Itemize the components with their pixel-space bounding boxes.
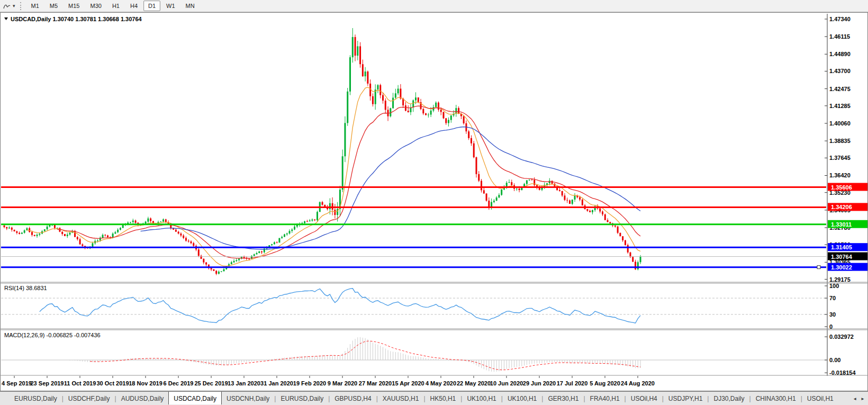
date-tick-label: 31 Jan 2020 <box>260 380 293 386</box>
cursor-tool-button[interactable]: ▾ <box>0 2 16 10</box>
date-tick-label: 11 Oct 2019 <box>64 380 96 386</box>
date-tick-label: 17 Jul 2020 <box>557 380 588 386</box>
rsi-scale-label: 70 <box>829 295 836 301</box>
price-tick-label: 1.37645 <box>829 155 851 161</box>
date-tick-label: 4 May 2020 <box>426 380 456 386</box>
date-tick-label: 25 Dec 2019 <box>195 380 228 386</box>
tab-gbpusd-h4[interactable]: GBPUSD,H4 <box>330 392 376 405</box>
macd-scale-label: 0.00 <box>829 357 840 363</box>
tab-usdcad-daily[interactable]: USDCAD,Daily <box>168 391 222 404</box>
date-tick-label: 10 Jun 2020 <box>490 380 523 386</box>
price-level-label-text: 1.30022 <box>831 264 852 271</box>
macd-scale-label: -0.018154 <box>829 370 856 376</box>
rsi-indicator-label: RSI(14) 38.6831 <box>4 285 47 291</box>
date-tick-label: 22 May 2020 <box>457 380 491 386</box>
date-tick-label: 27 Mar 2020 <box>359 380 392 386</box>
tab-usdchf-daily[interactable]: USDCHF,Daily <box>64 392 115 405</box>
price-tick-label: 1.44890 <box>829 51 851 57</box>
chart-tabs: EURUSD,Daily|USDCHF,Daily|AUDUSD,DailyUS… <box>10 392 838 405</box>
price-level-label-text: 1.31405 <box>831 244 852 250</box>
tab-fra40-h1[interactable]: FRA40,H1 <box>585 392 625 405</box>
price-tick-label: 1.46115 <box>829 33 850 40</box>
price-level-label-text: 1.33011 <box>831 221 852 228</box>
timeframe-button-h4[interactable]: H4 <box>125 1 142 11</box>
tab-eurusd-daily[interactable]: EURUSD,Daily <box>276 392 328 405</box>
level-line-handle[interactable] <box>817 266 820 269</box>
tab-eurusd-daily[interactable]: EURUSD,Daily <box>10 392 62 405</box>
date-tick-label: 5 Aug 2020 <box>590 380 620 386</box>
date-tick-label: 9 Mar 2020 <box>328 380 357 386</box>
date-tick-label: 4 Sep 2019 <box>2 380 32 386</box>
tab-hk50-h1[interactable]: HK50,H1 <box>426 392 461 405</box>
chart-plot-area[interactable] <box>1 14 826 282</box>
tab-audusd-daily[interactable]: AUDUSD,Daily <box>116 392 169 405</box>
price-tick-label: 1.36420 <box>829 172 851 178</box>
chart-symbol-title: USDCAD,Daily 1.30740 1.30781 1.30668 1.3… <box>11 16 142 22</box>
price-tick-label: 1.47340 <box>829 16 851 22</box>
top-toolbar: ▾ M1M5M15M30H1H4D1W1MN <box>0 0 868 12</box>
tab-scroll-controls: ◄ ► <box>847 392 868 405</box>
date-tick-label: 19 Feb 2020 <box>293 380 326 386</box>
tab-xauusd-h1[interactable]: XAUUSD,H1 <box>378 392 424 405</box>
chart-window: USDCAD,Daily 1.30740 1.30781 1.30668 1.3… <box>0 12 868 391</box>
chart-tabs-bar: EURUSD,Daily|USDCHF,Daily|AUDUSD,DailyUS… <box>0 391 868 405</box>
rsi-scale-label: 30 <box>829 311 836 318</box>
rsi-scale-label: 100 <box>829 283 839 289</box>
date-tick-label: 29 Jun 2020 <box>523 380 556 386</box>
timeframe-button-w1[interactable]: W1 <box>161 1 180 11</box>
tab-china300-h1[interactable]: CHINA300,H1 <box>751 392 801 405</box>
tab-usdjpy-h1[interactable]: USDJPY,H1 <box>664 392 707 405</box>
cursor-tool-icon <box>3 2 12 10</box>
date-tick-label: 18 Nov 2019 <box>129 380 162 386</box>
price-tick-label: 1.29175 <box>829 276 851 283</box>
rsi-scale-label: 0 <box>829 323 833 330</box>
tab-ger30-h1[interactable]: GER30,H1 <box>543 392 583 405</box>
date-tick-label: 24 Aug 2020 <box>621 380 655 386</box>
tab-usoil-h1[interactable]: USOil,H1 <box>802 392 838 405</box>
timeframe-button-m5[interactable]: M5 <box>45 1 62 11</box>
timeframe-button-m15[interactable]: M15 <box>64 1 84 11</box>
price-tick-label: 1.40060 <box>829 120 851 127</box>
date-tick-label: 30 Oct 2019 <box>96 380 129 386</box>
price-tick-label: 1.41285 <box>829 103 851 109</box>
date-tick-label: 6 Dec 2019 <box>164 380 194 386</box>
tab-scroll-left-button[interactable]: ◄ <box>853 397 857 401</box>
current-price-label-text: 1.30764 <box>831 254 853 260</box>
date-tick-label: 23 Sep 2019 <box>31 380 64 386</box>
tab-usoil-h4[interactable]: USOil,H4 <box>626 392 662 405</box>
timeframe-button-d1[interactable]: D1 <box>143 1 160 11</box>
timeframe-button-h1[interactable]: H1 <box>107 1 124 11</box>
tab-scroll-right-button[interactable]: ► <box>861 397 865 401</box>
tab-uk100-h1[interactable]: UK100,H1 <box>503 392 541 405</box>
date-tick-label: 15 Apr 2020 <box>392 380 424 386</box>
macd-indicator-label: MACD(12,26,9) -0.006825 -0.007436 <box>4 332 101 338</box>
tab-usdcnh-daily[interactable]: USDCNH,Daily <box>222 392 274 405</box>
timeframe-button-m1[interactable]: M1 <box>26 1 44 11</box>
price-tick-label: 1.43700 <box>829 68 851 74</box>
tab-dj30-daily[interactable]: DJ30,Daily <box>709 392 749 405</box>
chevron-down-icon: ▾ <box>13 3 15 8</box>
price-tick-label: 1.38835 <box>829 138 851 144</box>
price-tick-label: 1.42475 <box>829 86 851 92</box>
price-level-label-text: 1.34206 <box>831 204 852 210</box>
date-tick-label: 13 Jan 2020 <box>228 380 260 386</box>
macd-scale-label: 0.032972 <box>829 334 854 340</box>
timeframe-button-group: M1M5M15M30H1H4D1W1MN <box>26 1 200 11</box>
price-level-label-text: 1.35606 <box>831 184 852 191</box>
timeframe-button-m30[interactable]: M30 <box>86 1 106 11</box>
timeframe-button-mn[interactable]: MN <box>181 1 200 11</box>
tab-uk100-h1[interactable]: UK100,H1 <box>462 392 501 405</box>
toolbar-grip <box>20 2 21 10</box>
